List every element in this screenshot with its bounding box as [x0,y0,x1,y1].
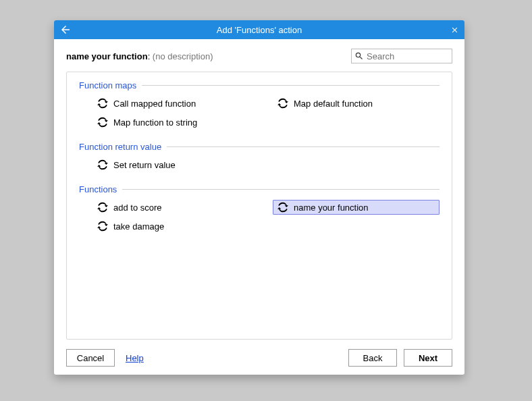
group-function-maps: Function maps Call mapped function Map d… [79,80,440,130]
group-functions: Functions add to score name your functio… [79,184,440,234]
header-text: name your function: (no description) [66,51,213,61]
action-map-default-function[interactable]: Map default function [273,96,440,111]
refresh-icon [277,202,288,213]
refresh-icon [97,159,108,170]
action-take-damage[interactable]: take damage [92,219,259,234]
content: name your function: (no description) Fun… [54,39,464,375]
header-row: name your function: (no description) [66,49,452,63]
group-divider [167,146,440,147]
cancel-button[interactable]: Cancel [66,349,115,367]
action-label: Call mapped function [113,99,196,109]
action-label: name your function [294,203,369,213]
close-icon [450,26,459,34]
group-divider [122,189,440,190]
action-map-function-to-string[interactable]: Map function to string [92,115,259,130]
group-title: Functions [79,184,117,194]
items-grid: add to score name your function take dam… [79,200,440,234]
search-wrap [351,49,452,63]
titlebar-close-button[interactable] [450,20,459,39]
function-description: (no description) [153,51,213,61]
group-function-return-value: Function return value Set return value [79,142,440,172]
refresh-icon [97,221,108,232]
titlebar-back-button[interactable] [59,20,72,39]
footer-left: Cancel Help [66,349,144,367]
back-button[interactable]: Back [348,349,397,367]
group-header: Functions [79,184,440,194]
titlebar-title: Add 'Functions' action [217,25,302,35]
dialog: Add 'Functions' action name your functio… [54,20,464,375]
refresh-icon [97,202,108,213]
groups-panel: Function maps Call mapped function Map d… [66,72,452,340]
next-button[interactable]: Next [404,349,452,367]
search-icon [354,51,364,63]
arrow-left-icon [59,24,72,36]
refresh-icon [277,98,288,109]
group-header: Function return value [79,142,440,152]
group-title: Function maps [79,80,136,90]
refresh-icon [97,117,108,128]
action-label: Map function to string [113,117,197,128]
help-link[interactable]: Help [126,353,144,363]
action-set-return-value[interactable]: Set return value [92,157,259,172]
items-grid: Set return value [79,157,440,172]
items-grid: Call mapped function Map default functio… [79,96,440,130]
action-label: Set return value [113,160,176,170]
group-title: Function return value [79,142,161,152]
footer: Cancel Help Back Next [66,349,452,367]
titlebar: Add 'Functions' action [54,20,464,39]
function-name: name your function [66,51,148,61]
group-header: Function maps [79,80,440,90]
refresh-icon [97,98,108,109]
action-label: Map default function [294,99,373,109]
action-label: add to score [113,203,162,213]
action-name-your-function[interactable]: name your function [273,200,440,215]
action-add-to-score[interactable]: add to score [92,200,259,215]
search-input[interactable] [351,49,452,63]
group-divider [142,85,440,86]
action-label: take damage [113,221,164,232]
footer-right: Back Next [348,349,452,367]
action-call-mapped-function[interactable]: Call mapped function [92,96,259,111]
